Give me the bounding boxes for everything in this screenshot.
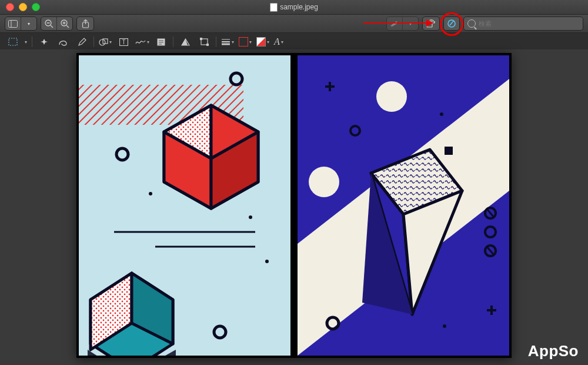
fill-color-swatch bbox=[256, 37, 266, 47]
chevron-down-icon: ▾ bbox=[147, 39, 149, 45]
markup-toolbar: ▾ ▾ T ▾ ▾ ▾ ▾ A bbox=[0, 33, 588, 51]
sidebar-menu-button[interactable]: ▾ bbox=[21, 17, 36, 30]
text-tool[interactable]: T bbox=[116, 35, 131, 48]
divider bbox=[173, 36, 173, 47]
page-right[interactable] bbox=[298, 55, 509, 356]
page-left[interactable] bbox=[79, 55, 290, 356]
svg-point-53 bbox=[265, 260, 269, 263]
chevron-down-icon: ▾ bbox=[281, 39, 283, 45]
sidebar-toggle-button[interactable] bbox=[5, 17, 21, 30]
svg-rect-13 bbox=[9, 38, 17, 45]
border-color-tool[interactable]: ▾ bbox=[239, 37, 252, 47]
sign-tool[interactable]: ▾ bbox=[135, 38, 149, 45]
document-canvas[interactable]: AppSo bbox=[0, 49, 588, 365]
svg-line-8 bbox=[66, 25, 69, 28]
svg-rect-75 bbox=[445, 147, 453, 155]
svg-point-52 bbox=[214, 326, 226, 338]
artwork-left bbox=[79, 55, 290, 356]
svg-line-4 bbox=[51, 25, 53, 28]
titlebar: sample.jpeg bbox=[0, 0, 588, 15]
svg-point-57 bbox=[309, 167, 339, 197]
close-window-button[interactable] bbox=[6, 3, 14, 11]
text-style-icon: A bbox=[274, 36, 280, 47]
svg-line-66 bbox=[487, 247, 494, 255]
svg-point-39 bbox=[249, 215, 252, 219]
search-input[interactable] bbox=[479, 20, 579, 27]
chevron-down-icon: ▾ bbox=[25, 39, 27, 45]
search-field[interactable] bbox=[463, 16, 583, 31]
artwork-right bbox=[298, 55, 509, 356]
svg-rect-25 bbox=[200, 38, 202, 40]
text-style-tool[interactable]: A ▾ bbox=[274, 36, 283, 47]
chevron-down-icon: ▾ bbox=[267, 39, 269, 45]
zoom-segmented-control[interactable] bbox=[41, 16, 73, 31]
svg-rect-11 bbox=[427, 21, 432, 27]
rotate-button[interactable] bbox=[422, 16, 440, 31]
page-spread bbox=[76, 53, 512, 358]
shapes-tool[interactable]: ▾ bbox=[99, 38, 112, 46]
document-icon bbox=[270, 3, 278, 12]
fill-color-tool[interactable]: ▾ bbox=[256, 37, 269, 47]
search-icon bbox=[467, 19, 476, 28]
svg-rect-0 bbox=[9, 20, 18, 27]
line-style-tool[interactable]: ▾ bbox=[221, 38, 234, 45]
svg-point-64 bbox=[485, 227, 496, 237]
svg-marker-73 bbox=[403, 191, 462, 314]
chevron-down-icon: ▾ bbox=[409, 21, 412, 26]
markup-button[interactable] bbox=[443, 16, 460, 31]
svg-point-68 bbox=[350, 126, 360, 135]
share-button[interactable] bbox=[76, 16, 94, 31]
chevron-down-icon: ▾ bbox=[249, 39, 252, 45]
zoom-in-button[interactable] bbox=[57, 17, 72, 30]
filename-label: sample.jpeg bbox=[280, 3, 318, 11]
maximize-window-button[interactable] bbox=[32, 3, 40, 11]
divider bbox=[216, 36, 216, 47]
divider bbox=[93, 36, 94, 47]
lasso-tool[interactable] bbox=[56, 35, 70, 48]
chevron-down-icon: ▾ bbox=[232, 39, 234, 45]
zoom-out-button[interactable] bbox=[41, 17, 57, 30]
edit-segmented-control[interactable]: ▾ bbox=[386, 16, 419, 31]
svg-point-14 bbox=[99, 39, 105, 45]
svg-point-38 bbox=[149, 192, 152, 195]
svg-point-56 bbox=[376, 81, 407, 112]
window-title: sample.jpeg bbox=[0, 3, 588, 12]
window-controls bbox=[0, 3, 40, 11]
selection-tool[interactable] bbox=[6, 35, 20, 48]
svg-point-37 bbox=[116, 148, 128, 160]
watermark-label: AppSo bbox=[528, 342, 579, 360]
minimize-window-button[interactable] bbox=[19, 3, 27, 11]
note-tool[interactable] bbox=[154, 35, 168, 48]
adjust-size-tool[interactable] bbox=[197, 35, 211, 48]
divider bbox=[32, 36, 32, 47]
chevron-down-icon: ▾ bbox=[28, 21, 30, 26]
svg-rect-26 bbox=[206, 44, 209, 46]
highlight-button[interactable] bbox=[387, 17, 403, 30]
instant-alpha-tool[interactable] bbox=[37, 35, 51, 48]
edit-menu-button[interactable]: ▾ bbox=[403, 17, 418, 30]
svg-point-70 bbox=[443, 324, 446, 328]
main-toolbar: ▾ ▾ bbox=[0, 15, 588, 33]
border-color-swatch bbox=[239, 37, 248, 47]
sidebar-segmented-control[interactable]: ▾ bbox=[5, 16, 37, 31]
chevron-down-icon: ▾ bbox=[109, 39, 112, 45]
svg-point-67 bbox=[440, 112, 443, 116]
pen-tool[interactable] bbox=[75, 35, 89, 48]
svg-text:T: T bbox=[122, 39, 125, 45]
svg-point-36 bbox=[230, 73, 242, 85]
svg-line-63 bbox=[487, 209, 494, 217]
adjust-color-tool[interactable] bbox=[178, 35, 192, 48]
